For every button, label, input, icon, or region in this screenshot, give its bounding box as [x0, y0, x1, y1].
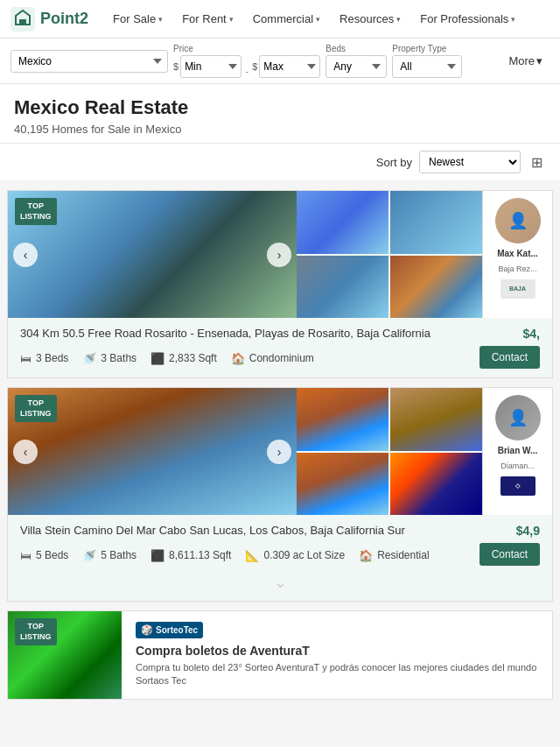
next-image-button[interactable]: ›	[267, 243, 291, 267]
ad-image: TOPLISTING	[8, 611, 122, 699]
price-min-select[interactable]: Min	[180, 55, 242, 78]
main-listing-image: TOPLISTING ‹ ›	[8, 191, 297, 318]
thumbnail-grid	[297, 191, 482, 318]
chevron-down-icon: ▾	[316, 15, 320, 24]
listing-info: 304 Km 50.5 Free Road Rosarito - Ensenad…	[8, 318, 552, 377]
contact-button[interactable]: Contact	[480, 543, 540, 566]
thumbnail-image	[297, 388, 388, 451]
beds-label: Beds	[326, 44, 387, 53]
sort-select[interactable]: Newest Price Low-High Price High-Low	[419, 151, 521, 173]
price-max-select[interactable]: Max	[259, 55, 320, 78]
main-listing-image: TOPLISTING ‹ ›	[8, 388, 297, 515]
nav-for-professionals[interactable]: For Professionals ▾	[411, 7, 524, 31]
nav-resources[interactable]: Resources ▾	[331, 7, 410, 31]
nav-for-sale[interactable]: For Sale ▾	[104, 7, 172, 31]
agent-avatar: 👤	[495, 198, 541, 243]
thumbnail-grid	[297, 388, 482, 515]
dollar-sign-max: $	[252, 61, 257, 72]
listing-address-text: 304 Km 50.5 Free Road Rosarito - Ensenad…	[20, 327, 430, 340]
prev-image-button[interactable]: ‹	[13, 243, 38, 267]
page-header: Mexico Real Estate 40,195 Homes for Sale…	[0, 84, 560, 144]
sqft-feature: ⬛ 2,833 Sqft	[150, 352, 217, 365]
property-type-filter-group: Property Type All	[392, 44, 462, 78]
beds-select[interactable]: Any	[326, 55, 387, 78]
agent-name: Brian W...	[498, 446, 538, 456]
listing-features: 🛏 5 Beds 🚿 5 Baths ⬛ 8,611.13 Sqft 📐 0.3…	[20, 549, 430, 562]
chevron-down-icon: ▾	[536, 54, 542, 67]
property-type-feature: 🏠 Residential	[359, 549, 429, 562]
listing-price: $4,9	[516, 524, 540, 538]
listing-address-text: Villa Stein Camino Del Mar Cabo San Luca…	[20, 524, 405, 537]
ad-description: Compra tu boleto del 23° Sorteo Aventura…	[136, 661, 538, 688]
listing-address-row: 304 Km 50.5 Free Road Rosarito - Ensenad…	[20, 327, 540, 341]
ad-title[interactable]: Compra boletos de AventuraT	[136, 644, 538, 658]
listing-images: TOPLISTING ‹ › 👤 Max Kat... Baja Rez... …	[8, 191, 552, 318]
page-title: Mexico Real Estate	[14, 96, 546, 119]
price-dash: -	[245, 66, 248, 78]
sort-bar: Sort by Newest Price Low-High Price High…	[0, 144, 560, 181]
main-nav: Point2 For Sale ▾ For Rent ▾ Commercial …	[0, 0, 560, 39]
ad-logo: 🎲 SorteoTec	[136, 622, 203, 638]
listing-images: TOPLISTING ‹ › 👤 Brian W... Diaman... ◇	[8, 388, 552, 515]
logo-text: Point2	[40, 10, 88, 28]
listing-count: 40,195 Homes for Sale in Mexico	[14, 123, 546, 136]
lot-icon: 📐	[245, 549, 259, 562]
thumbnail-image	[390, 256, 482, 319]
svg-rect-1	[19, 19, 26, 25]
nav-commercial[interactable]: Commercial ▾	[244, 7, 329, 31]
price-range: $ Min - $ Max	[173, 55, 320, 78]
listing-card: TOPLISTING ‹ › 👤 Max Kat... Baja Rez... …	[7, 190, 553, 378]
scroll-indicator: ⌄	[274, 574, 287, 591]
sqft-feature: ⬛ 8,611.13 Sqft	[150, 549, 231, 562]
listing-info: Villa Stein Camino Del Mar Cabo San Luca…	[8, 515, 552, 601]
grid-view-icon[interactable]: ⊞	[528, 152, 546, 173]
nav-for-rent[interactable]: For Rent ▾	[173, 7, 242, 31]
thumbnail-image	[390, 388, 482, 451]
bath-icon: 🚿	[82, 352, 96, 365]
thumbnail-image	[390, 453, 482, 516]
property-type-label: Property Type	[392, 44, 462, 53]
nav-links: For Sale ▾ For Rent ▾ Commercial ▾ Resou…	[104, 7, 524, 31]
beds-feature: 🛏 3 Beds	[20, 352, 68, 365]
ad-content: 🎲 SorteoTec Compra boletos de AventuraT …	[122, 611, 552, 699]
price-label: Price	[173, 44, 320, 53]
chevron-down-icon: ▾	[229, 15, 234, 24]
beds-filter-group: Beds Any	[326, 44, 387, 78]
sqft-icon: ⬛	[150, 549, 164, 562]
ad-top-listing-badge: TOPLISTING	[15, 618, 57, 645]
home-icon: 🏠	[231, 352, 245, 365]
next-image-button[interactable]: ›	[267, 440, 291, 464]
logo-icon	[10, 7, 35, 32]
ad-logo-text: SorteoTec	[156, 625, 198, 635]
bed-icon: 🛏	[20, 352, 32, 365]
price-filter-group: Price $ Min - $ Max	[173, 44, 320, 78]
ad-card: TOPLISTING 🎲 SorteoTec Compra boletos de…	[7, 610, 553, 700]
bath-icon: 🚿	[82, 549, 96, 562]
filter-bar: Mexico Price $ Min - $ Max Beds Any	[0, 39, 560, 84]
agent-name: Max Kat...	[497, 249, 538, 259]
sort-label: Sort by	[376, 156, 412, 169]
chevron-down-icon: ▾	[511, 15, 515, 24]
location-select[interactable]: Mexico	[10, 50, 168, 73]
property-type-select[interactable]: All	[392, 55, 462, 78]
dollar-sign-min: $	[173, 61, 178, 72]
property-type-feature: 🏠 Condominium	[231, 352, 314, 365]
sqft-icon: ⬛	[150, 352, 164, 365]
listing-features: 🛏 3 Beds 🚿 3 Baths ⬛ 2,833 Sqft 🏠 Condom…	[20, 352, 314, 365]
agent-panel: 👤 Brian W... Diaman... ◇	[482, 388, 552, 515]
thumbnail-image	[297, 256, 388, 319]
agent-panel: 👤 Max Kat... Baja Rez... BAJA	[482, 191, 552, 318]
agent-logo: ◇	[500, 476, 536, 496]
lot-size-feature: 📐 0.309 ac Lot Size	[245, 549, 345, 562]
logo[interactable]: Point2	[10, 7, 88, 32]
listing-price: $4,	[523, 327, 540, 341]
contact-button[interactable]: Contact	[480, 346, 540, 369]
agent-logo: BAJA	[500, 279, 536, 299]
agent-company: Diaman...	[500, 462, 535, 471]
home-icon: 🏠	[359, 549, 373, 562]
more-filters-button[interactable]: More ▾	[501, 50, 550, 72]
prev-image-button[interactable]: ‹	[13, 440, 38, 464]
listing-card: TOPLISTING ‹ › 👤 Brian W... Diaman... ◇	[7, 387, 553, 602]
agent-avatar: 👤	[495, 395, 541, 440]
chevron-down-icon: ▾	[396, 15, 401, 24]
